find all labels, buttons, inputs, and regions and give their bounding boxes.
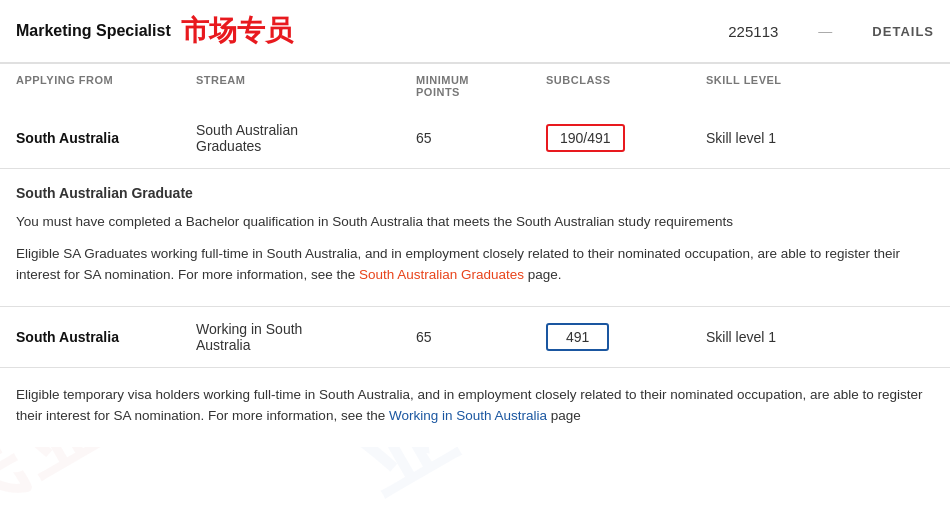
desc-text-1a: You must have completed a Bachelor quali… bbox=[16, 211, 934, 233]
data-section-2: South Australia Working in SouthAustrali… bbox=[0, 307, 950, 368]
subclass-badge-1: 190/491 bbox=[546, 124, 706, 152]
region-name-2: South Australia bbox=[16, 329, 196, 345]
dash: — bbox=[818, 23, 832, 39]
min-points-2: 65 bbox=[416, 329, 546, 345]
title-area: Marketing Specialist 市场专员 bbox=[16, 12, 728, 50]
description-section-2: Eligible temporary visa holders working … bbox=[0, 368, 950, 447]
data-section-1: South Australia South AustralianGraduate… bbox=[0, 108, 950, 169]
subclass-value-2: 491 bbox=[546, 323, 609, 351]
desc-text-2a: Eligible temporary visa holders working … bbox=[16, 384, 934, 427]
page-wrapper: 亚 DE 民 亚DE 亚DE民 亚 DE民 亚DE 民亚 民 亚DE Marke… bbox=[0, 0, 950, 523]
col-subclass: SUBCLASS bbox=[546, 74, 706, 98]
header-row: Marketing Specialist 市场专员 225113 — DETAI… bbox=[0, 0, 950, 64]
col-skill-level: SKILL LEVEL bbox=[706, 74, 886, 98]
description-section-1: South Australian Graduate You must have … bbox=[0, 169, 950, 307]
desc-text-1b: Eligible SA Graduates working full-time … bbox=[16, 243, 934, 286]
col-stream: STREAM bbox=[196, 74, 416, 98]
desc-title-1: South Australian Graduate bbox=[16, 185, 934, 201]
col-min-points: MINIMUMPOINTS bbox=[416, 74, 546, 98]
region-name-1: South Australia bbox=[16, 130, 196, 146]
table-row: South Australia Working in SouthAustrali… bbox=[0, 307, 950, 368]
details-link[interactable]: DETAILS bbox=[872, 24, 934, 39]
subclass-badge-2: 491 bbox=[546, 323, 706, 351]
job-title: Marketing Specialist bbox=[16, 22, 171, 40]
skill-level-2: Skill level 1 bbox=[706, 329, 886, 345]
column-headers: APPLYING FROM STREAM MINIMUMPOINTS SUBCL… bbox=[0, 64, 950, 108]
chinese-title: 市场专员 bbox=[181, 12, 293, 50]
sa-graduates-link[interactable]: South Australian Graduates bbox=[359, 267, 524, 282]
table-row: South Australia South AustralianGraduate… bbox=[0, 108, 950, 169]
col-applying-from: APPLYING FROM bbox=[16, 74, 196, 98]
min-points-1: 65 bbox=[416, 130, 546, 146]
skill-level-1: Skill level 1 bbox=[706, 130, 886, 146]
stream-name-1: South AustralianGraduates bbox=[196, 122, 416, 154]
subclass-value-1: 190/491 bbox=[546, 124, 625, 152]
stream-name-2: Working in SouthAustralia bbox=[196, 321, 416, 353]
anzsco-code: 225113 bbox=[728, 23, 778, 40]
working-sa-link[interactable]: Working in South Australia bbox=[389, 408, 547, 423]
